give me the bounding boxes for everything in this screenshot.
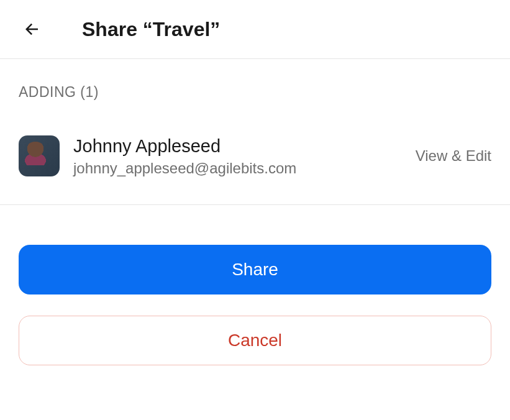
section-header-adding: ADDING (1) <box>19 84 491 101</box>
share-button[interactable]: Share <box>19 245 491 294</box>
adding-section: ADDING (1) <box>0 59 510 101</box>
user-name: Johnny Appleseed <box>73 135 402 157</box>
back-button[interactable] <box>19 16 45 42</box>
header: Share “Travel” <box>0 0 510 59</box>
page-title: Share “Travel” <box>82 18 220 41</box>
arrow-left-icon <box>22 20 41 39</box>
cancel-button[interactable]: Cancel <box>19 316 491 365</box>
user-list: Johnny Appleseed johnny_appleseed@agileb… <box>0 135 510 205</box>
user-info: Johnny Appleseed johnny_appleseed@agileb… <box>73 135 402 177</box>
user-row[interactable]: Johnny Appleseed johnny_appleseed@agileb… <box>19 135 491 177</box>
user-email: johnny_appleseed@agilebits.com <box>73 160 402 177</box>
actions: Share Cancel <box>0 205 510 378</box>
permission-label[interactable]: View & Edit <box>416 147 491 165</box>
avatar <box>19 135 60 176</box>
